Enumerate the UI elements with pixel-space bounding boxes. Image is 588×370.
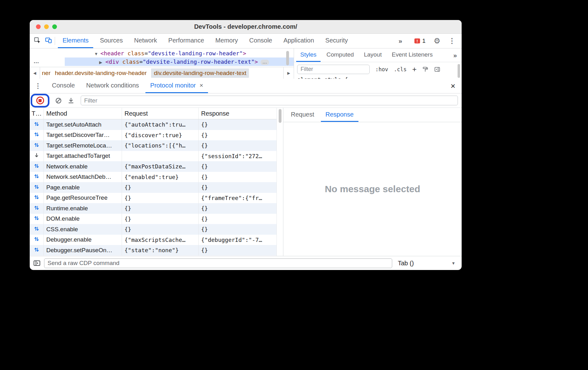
collapsed-children-ellipsis-icon[interactable]: … [261,60,269,65]
breadcrumb-back-icon[interactable]: ◀ [30,67,40,79]
tab-console[interactable]: Console [245,34,277,48]
tab-request-detail[interactable]: Request [286,108,319,122]
toggle-sidebar-icon[interactable] [33,260,40,266]
table-row[interactable]: DOM.enable {} {} [30,214,276,224]
request-cell [122,151,199,162]
more-tabs-icon[interactable]: » [453,48,462,62]
both-arrows-icon [34,236,39,243]
close-drawer-icon[interactable]: × [444,79,462,93]
scrollbar-thumb[interactable] [279,109,281,123]
table-row[interactable]: CSS.enable {} {} [30,224,276,235]
close-window-button[interactable] [36,24,41,29]
cdp-command-input[interactable] [44,258,392,268]
download-icon[interactable] [68,97,74,104]
response-cell: {} [199,172,276,182]
table-row[interactable]: Network.setAttachDeb… {"enabled":true} {… [30,172,276,182]
table-row[interactable]: Target.setDiscoverTar… {"discover":true}… [30,130,276,141]
tab-layout[interactable]: Layout [360,48,386,62]
tab-styles[interactable]: Styles [296,48,321,62]
table-row[interactable]: Target.attachedToTarget {"sessionId":"27… [30,151,276,162]
response-cell: {} [199,203,276,214]
toggle-element-state-button[interactable]: :hov [375,66,388,72]
table-row[interactable]: Runtime.enable {} {} [30,203,276,214]
table-row[interactable]: Debugger.setPauseOn… {"state":"none"} {} [30,245,276,256]
method-cell: DOM.enable [44,214,122,224]
zoom-window-button[interactable] [52,24,57,29]
protocol-message-table: T… Method Request Response Target.setAut… [30,108,277,256]
more-tabs-icon[interactable]: » [398,37,402,45]
pm-rows: Target.setAutoAttach {"autoAttach":tru… … [30,119,276,256]
protocol-filter-input[interactable] [81,96,458,105]
response-cell: {} [199,214,276,224]
breadcrumb-item-div-selected[interactable]: div.devsite-landing-row-header-text [151,68,249,78]
tab-network-conditions[interactable]: Network conditions [81,79,144,93]
scrollbar-thumb[interactable] [286,51,289,65]
minimize-window-button[interactable] [44,24,49,29]
element-classes-button[interactable]: .cls [394,66,407,72]
table-row[interactable]: Target.setRemoteLoca… {"locations":[{"h…… [30,140,276,151]
both-arrows-icon [34,132,39,138]
scrollbar-thumb[interactable] [458,64,460,78]
method-cell: Page.getResourceTree [44,193,122,203]
tab-network[interactable]: Network [129,34,162,48]
table-row[interactable]: Page.getResourceTree {} {"frameTree":{"f… [30,193,276,203]
tab-performance[interactable]: Performance [164,34,209,48]
clear-icon[interactable] [55,97,62,104]
dom-node-header[interactable]: ▼<header class="devsite-landing-row-head… [30,49,294,58]
code-eq: = [144,50,148,57]
styles-tabs: Styles Computed Layout Event Listeners » [294,48,462,62]
tab-protocol-monitor[interactable]: Protocol monitor× [145,79,208,93]
column-header-request[interactable]: Request [122,108,199,119]
column-header-type[interactable]: T… [30,108,44,119]
overflow-menu-icon[interactable]: ⋮ [449,37,455,45]
code-value: "devsite-landing-row-header" [148,50,243,57]
tab-sources[interactable]: Sources [95,34,127,48]
twisty-expanded-icon[interactable]: ▼ [94,50,100,58]
tab-event-listeners[interactable]: Event Listeners [388,48,437,62]
paint-roller-icon[interactable] [422,66,428,72]
tab-response-detail[interactable]: Response [321,108,358,122]
response-cell: {} [199,130,276,141]
method-cell: Page.enable [44,182,122,193]
tab-computed[interactable]: Computed [322,48,358,62]
record-button[interactable] [36,97,44,104]
target-selector-dropdown[interactable]: Tab () ▼ [392,260,458,267]
dom-node-closing[interactable]: </div> == $0 [30,66,294,67]
drawer-overflow-menu-icon[interactable]: ⋮ [30,79,46,93]
method-cell: Network.enable [44,161,122,172]
table-row[interactable]: Page.enable {} {} [30,182,276,193]
request-cell: {} [122,182,199,193]
new-style-rule-button[interactable]: + [412,66,417,72]
table-row[interactable]: Debugger.enable {"maxScriptsCache… {"deb… [30,235,276,245]
settings-gear-icon[interactable]: ⚙ [433,37,440,45]
both-arrows-icon [34,247,39,254]
tab-application[interactable]: Application [279,34,319,48]
tab-security[interactable]: Security [321,34,352,48]
inspect-icon[interactable] [33,37,41,45]
issues-badge[interactable]: ! 1 [414,38,426,44]
response-cell: {} [199,140,276,151]
breadcrumb-item-header[interactable]: header.devsite-landing-row-header [55,70,147,77]
code-attr: class [124,50,144,57]
device-toolbar-icon[interactable] [45,37,52,45]
type-icon-cell [30,214,44,224]
method-cell: Target.setDiscoverTar… [44,130,122,141]
method-cell: Target.attachedToTarget [44,151,122,162]
column-header-response[interactable]: Response [199,108,276,119]
selected-dom-node[interactable]: ▶<div class="devsite-landing-row-header-… [30,58,294,66]
sidebar-toggle-icon[interactable] [434,66,440,72]
twisty-collapsed-icon[interactable]: ▶ [99,58,105,67]
close-tab-icon[interactable]: × [200,82,203,89]
table-row[interactable]: Network.enable {"maxPostDataSize… {} [30,161,276,172]
table-row[interactable]: Target.setAutoAttach {"autoAttach":tru… … [30,119,276,130]
tab-elements[interactable]: Elements [58,34,93,48]
protocol-monitor-body: T… Method Request Response Target.setAut… [30,108,462,256]
breadcrumb-forward-icon[interactable]: ▶ [283,67,294,79]
tab-console-drawer[interactable]: Console [47,79,79,93]
table-header-row: T… Method Request Response [30,108,276,119]
column-header-method[interactable]: Method [44,108,122,119]
request-cell: {"maxScriptsCache… [122,235,199,245]
tab-memory[interactable]: Memory [211,34,243,48]
breadcrumb-item-clipped[interactable]: ner [42,70,50,77]
styles-filter-input[interactable] [297,65,370,74]
